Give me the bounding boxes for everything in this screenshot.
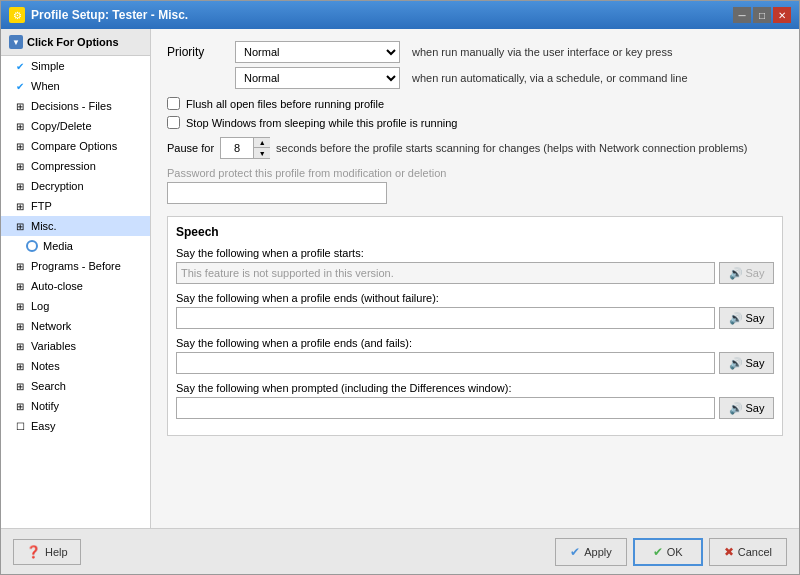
speech-item-start-label: Say the following when a profile starts: <box>176 247 774 259</box>
sidebar-item-label-compare-options: Compare Options <box>31 140 117 152</box>
sidebar-item-label-decisions: Decisions - Files <box>31 100 112 112</box>
sidebar-header[interactable]: ▼ Click For Options <box>1 29 150 56</box>
flush-checkbox[interactable] <box>167 97 180 110</box>
password-label: Password protect this profile from modif… <box>167 167 783 179</box>
title-bar-left: ⚙ Profile Setup: Tester - Misc. <box>9 7 188 23</box>
sidebar-item-compare-options[interactable]: ⊞ Compare Options <box>1 136 150 156</box>
sidebar-item-log[interactable]: ⊞ Log <box>1 296 150 316</box>
priority-desc-1: when run manually via the user interface… <box>412 46 672 58</box>
title-bar-buttons: ─ □ ✕ <box>733 7 791 23</box>
sidebar-item-label-network: Network <box>31 320 71 332</box>
sidebar-item-label-log: Log <box>31 300 49 312</box>
sidebar-item-when[interactable]: ✔ When <box>1 76 150 96</box>
maximize-button[interactable]: □ <box>753 7 771 23</box>
sidebar-item-label-media: Media <box>43 240 73 252</box>
say-prompted-button[interactable]: 🔊 Say <box>719 397 774 419</box>
say-prompted-label: Say <box>746 402 765 414</box>
sidebar-item-label-copy-delete: Copy/Delete <box>31 120 92 132</box>
speech-item-prompted-label: Say the following when prompted (includi… <box>176 382 774 394</box>
say-start-icon: 🔊 <box>729 267 743 280</box>
sidebar-item-compression[interactable]: ⊞ Compression <box>1 156 150 176</box>
sidebar-item-label-compression: Compression <box>31 160 96 172</box>
cancel-icon: ✖ <box>724 545 734 559</box>
cancel-button[interactable]: ✖ Cancel <box>709 538 787 566</box>
sidebar-item-media[interactable]: Media <box>1 236 150 256</box>
sidebar-item-ftp[interactable]: ⊞ FTP <box>1 196 150 216</box>
speech-start-input[interactable] <box>176 262 715 284</box>
sidebar-item-misc[interactable]: ⊞ Misc. <box>1 216 150 236</box>
priority-select-2[interactable]: Normal Above Normal Below Normal High Lo… <box>235 67 400 89</box>
say-end-success-icon: 🔊 <box>729 312 743 325</box>
sidebar-item-label-search: Search <box>31 380 66 392</box>
close-button[interactable]: ✕ <box>773 7 791 23</box>
spinner-buttons: ▲ ▼ <box>253 138 270 158</box>
sidebar-item-auto-close[interactable]: ⊞ Auto-close <box>1 276 150 296</box>
sidebar-item-variables[interactable]: ⊞ Variables <box>1 336 150 356</box>
sidebar-item-network[interactable]: ⊞ Network <box>1 316 150 336</box>
sidebar-item-label-ftp: FTP <box>31 200 52 212</box>
speech-end-fail-input[interactable] <box>176 352 715 374</box>
sidebar-item-simple[interactable]: ✔ Simple <box>1 56 150 76</box>
help-button[interactable]: ❓ Help <box>13 539 81 565</box>
ok-button[interactable]: ✔ OK <box>633 538 703 566</box>
spin-up-button[interactable]: ▲ <box>254 138 270 148</box>
ok-label: OK <box>667 546 683 558</box>
say-end-success-label: Say <box>746 312 765 324</box>
stop-sleep-checkbox[interactable] <box>167 116 180 129</box>
apply-label: Apply <box>584 546 612 558</box>
sidebar-item-copy-delete[interactable]: ⊞ Copy/Delete <box>1 116 150 136</box>
password-section: Password protect this profile from modif… <box>167 167 783 204</box>
sidebar-item-decryption[interactable]: ⊞ Decryption <box>1 176 150 196</box>
password-input[interactable] <box>167 182 387 204</box>
window-icon: ⚙ <box>9 7 25 23</box>
ok-icon: ✔ <box>653 545 663 559</box>
notify-icon: ⊞ <box>13 399 27 413</box>
say-end-success-button[interactable]: 🔊 Say <box>719 307 774 329</box>
sidebar-item-label-simple: Simple <box>31 60 65 72</box>
say-start-button[interactable]: 🔊 Say <box>719 262 774 284</box>
speech-section: Speech Say the following when a profile … <box>167 216 783 436</box>
sidebar-item-search[interactable]: ⊞ Search <box>1 376 150 396</box>
flush-label: Flush all open files before running prof… <box>186 98 384 110</box>
priority-select-1[interactable]: Normal Above Normal Below Normal High Lo… <box>235 41 400 63</box>
speech-item-end-fail-row: 🔊 Say <box>176 352 774 374</box>
speech-item-end-success: Say the following when a profile ends (w… <box>176 292 774 329</box>
decryption-icon: ⊞ <box>13 179 27 193</box>
spin-down-button[interactable]: ▼ <box>254 148 270 158</box>
say-end-fail-button[interactable]: 🔊 Say <box>719 352 774 374</box>
speech-item-prompted: Say the following when prompted (includi… <box>176 382 774 419</box>
speech-prompted-input[interactable] <box>176 397 715 419</box>
pause-row: Pause for 8 ▲ ▼ seconds before the profi… <box>167 137 783 159</box>
window-title: Profile Setup: Tester - Misc. <box>31 8 188 22</box>
footer-right: ✔ Apply ✔ OK ✖ Cancel <box>555 538 787 566</box>
apply-icon: ✔ <box>570 545 580 559</box>
footer: ❓ Help ✔ Apply ✔ OK ✖ Cancel <box>1 528 799 574</box>
speech-item-start: Say the following when a profile starts:… <box>176 247 774 284</box>
apply-button[interactable]: ✔ Apply <box>555 538 627 566</box>
sidebar-item-label-notify: Notify <box>31 400 59 412</box>
sidebar-item-decisions[interactable]: ⊞ Decisions - Files <box>1 96 150 116</box>
sidebar-item-notes[interactable]: ⊞ Notes <box>1 356 150 376</box>
content-area: Priority Normal Above Normal Below Norma… <box>151 29 799 528</box>
sidebar-item-easy[interactable]: ☐ Easy <box>1 416 150 436</box>
auto-close-icon: ⊞ <box>13 279 27 293</box>
sidebar-item-programs-before[interactable]: ⊞ Programs - Before <box>1 256 150 276</box>
speech-item-prompted-row: 🔊 Say <box>176 397 774 419</box>
search-icon: ⊞ <box>13 379 27 393</box>
pause-input[interactable]: 8 <box>221 141 253 155</box>
speech-end-success-input[interactable] <box>176 307 715 329</box>
minimize-button[interactable]: ─ <box>733 7 751 23</box>
notes-icon: ⊞ <box>13 359 27 373</box>
sidebar-header-label: Click For Options <box>27 36 119 48</box>
speech-item-end-fail: Say the following when a profile ends (a… <box>176 337 774 374</box>
speech-item-end-success-row: 🔊 Say <box>176 307 774 329</box>
misc-icon: ⊞ <box>13 219 27 233</box>
sidebar-item-notify[interactable]: ⊞ Notify <box>1 396 150 416</box>
sidebar-item-label-misc: Misc. <box>31 220 57 232</box>
copy-delete-icon: ⊞ <box>13 119 27 133</box>
say-end-fail-label: Say <box>746 357 765 369</box>
speech-item-end-success-label: Say the following when a profile ends (w… <box>176 292 774 304</box>
say-end-fail-icon: 🔊 <box>729 357 743 370</box>
help-label: Help <box>45 546 68 558</box>
network-icon: ⊞ <box>13 319 27 333</box>
